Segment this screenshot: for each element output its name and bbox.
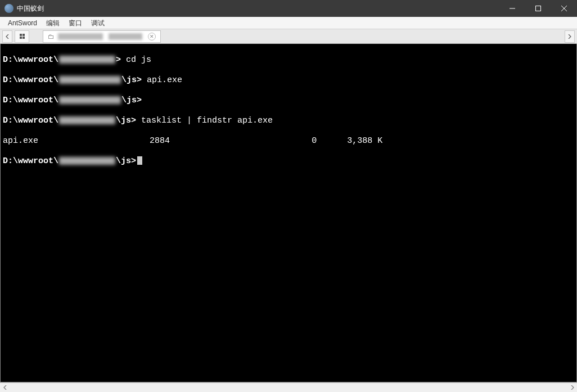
tab-nav-right[interactable] (565, 30, 575, 43)
path-redacted (59, 76, 121, 84)
scrollbar-track[interactable] (10, 383, 567, 393)
menubar: AntSword 编辑 窗口 调试 (0, 17, 577, 29)
prompt: D:\wwwroot\\js> (3, 96, 142, 106)
scroll-right-icon[interactable] (567, 383, 577, 393)
tab-grid-button[interactable] (15, 30, 29, 43)
command-text: tasklist | findstr api.exe (136, 116, 273, 126)
maximize-button[interactable] (525, 0, 551, 17)
prompt: D:\wwwroot\\js> (3, 156, 136, 166)
command-text: cd js (121, 55, 151, 65)
tab-title-redacted-2 (109, 33, 142, 40)
folder-icon: 🗀 (48, 33, 55, 40)
menu-edit[interactable]: 编辑 (42, 17, 64, 29)
prompt: D:\wwwroot\\js> (3, 75, 142, 85)
close-button[interactable] (551, 0, 577, 17)
window-titlebar: 中国蚁剑 (0, 0, 577, 17)
path-redacted (59, 56, 115, 64)
menu-antsword[interactable]: AntSword (3, 17, 42, 29)
menu-window[interactable]: 窗口 (64, 17, 87, 29)
prompt: D:\wwwroot\> (3, 55, 121, 65)
menu-debug[interactable]: 调试 (87, 17, 109, 29)
command-text: api.exe (142, 75, 182, 85)
tab-close-icon[interactable]: ✕ (148, 33, 156, 40)
terminal[interactable]: D:\wwwroot\> cd js D:\wwwroot\\js> api.e… (1, 44, 576, 188)
svg-rect-1 (536, 6, 541, 11)
path-redacted (59, 116, 115, 124)
terminal-panel: D:\wwwroot\> cd js D:\wwwroot\\js> api.e… (0, 44, 577, 382)
path-redacted (59, 96, 121, 104)
window-controls (499, 0, 577, 17)
window-title: 中国蚁剑 (17, 4, 499, 13)
active-tab[interactable]: 🗀 ✕ (43, 30, 161, 43)
prompt: D:\wwwroot\\js> (3, 116, 136, 126)
path-redacted (59, 157, 115, 165)
scroll-left-icon[interactable] (0, 383, 10, 393)
horizontal-scrollbar[interactable] (0, 382, 577, 392)
tabstrip: 🗀 ✕ (0, 29, 577, 44)
minimize-button[interactable] (499, 0, 525, 17)
tab-nav-left[interactable] (2, 30, 12, 43)
app-icon (4, 4, 13, 13)
terminal-cursor (137, 156, 142, 165)
tasklist-output: api.exe 2884 0 3,388 K (3, 136, 574, 146)
tab-title-redacted (58, 33, 103, 40)
